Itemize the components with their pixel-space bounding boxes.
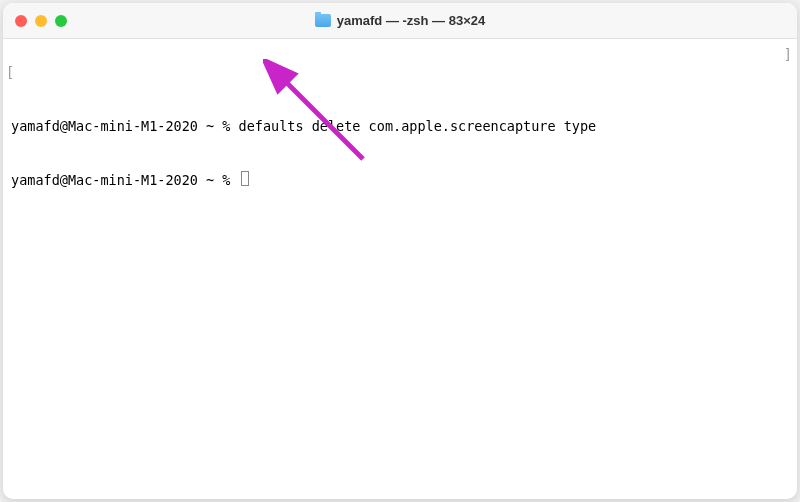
right-bracket: ]: [784, 45, 792, 63]
cursor: [241, 171, 249, 186]
command-text: defaults delete com.apple.screencapture …: [239, 117, 597, 135]
prompt-text: yamafd@Mac-mini-M1-2020 ~ %: [11, 171, 239, 189]
close-button[interactable]: [15, 15, 27, 27]
prompt-text: yamafd@Mac-mini-M1-2020 ~ %: [11, 117, 239, 135]
terminal-window: yamafd — -zsh — 83×24 [ ] yamafd@Mac-min…: [3, 3, 797, 499]
folder-icon: [315, 14, 331, 27]
terminal-body[interactable]: [ ] yamafd@Mac-mini-M1-2020 ~ % defaults…: [3, 39, 797, 499]
left-bracket: [: [6, 63, 14, 81]
terminal-line: yamafd@Mac-mini-M1-2020 ~ % defaults del…: [11, 117, 789, 135]
maximize-button[interactable]: [55, 15, 67, 27]
window-title-text: yamafd — -zsh — 83×24: [337, 13, 485, 28]
traffic-lights: [15, 15, 67, 27]
minimize-button[interactable]: [35, 15, 47, 27]
titlebar[interactable]: yamafd — -zsh — 83×24: [3, 3, 797, 39]
window-title: yamafd — -zsh — 83×24: [315, 13, 485, 28]
terminal-line: yamafd@Mac-mini-M1-2020 ~ %: [11, 171, 789, 189]
